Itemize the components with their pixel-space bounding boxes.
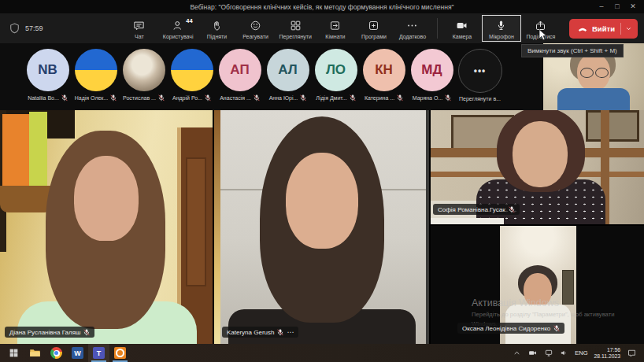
cat-photo-avatar bbox=[123, 49, 165, 91]
view-button[interactable]: Переглянути bbox=[275, 16, 315, 41]
muted-mic-icon bbox=[300, 94, 306, 102]
participants-button[interactable]: 44 Користувачі bbox=[159, 16, 198, 41]
muted-mic-icon bbox=[553, 325, 560, 332]
zoom-webinar-window: Вебінар: "Обговорення клінічних кейсів, … bbox=[0, 0, 644, 362]
person-face bbox=[524, 273, 552, 308]
participant-thumb-mariana[interactable]: МД Маряна О... bbox=[408, 43, 456, 110]
cabinet-green-panel bbox=[29, 112, 47, 188]
initials-avatar: МД bbox=[411, 49, 453, 91]
participant-thumb-anna[interactable]: АЛ Анна Юрі... bbox=[264, 43, 312, 110]
leave-button[interactable]: Вийти bbox=[569, 19, 638, 39]
participant-thumb-nadiia[interactable]: Надія Олек... bbox=[72, 43, 120, 110]
avatar-initials: КН bbox=[375, 62, 393, 78]
chevron-down-icon[interactable] bbox=[625, 25, 632, 32]
name-tag-kateryna: Kateryna Gerush ⋯ bbox=[222, 327, 298, 338]
diana-video-scene bbox=[0, 110, 213, 344]
muted-mic-icon bbox=[445, 94, 451, 102]
maximize-button[interactable]: □ bbox=[609, 0, 625, 13]
glasses-right-lens bbox=[595, 68, 609, 78]
name-tag-oksana: Оксана Леонідівна Сидоренко bbox=[457, 323, 564, 334]
tray-chevron-up-icon[interactable] bbox=[513, 349, 521, 357]
more-participants-icon[interactable]: ••• bbox=[458, 49, 502, 93]
flag-blue-half bbox=[171, 49, 213, 70]
bottom-right-area: Оксана Леонідівна Сидоренко bbox=[431, 226, 644, 344]
toolbar-separator bbox=[437, 18, 438, 39]
meeting-timer: 57:59 bbox=[25, 24, 43, 32]
video-tile-diana[interactable]: Діана Русланівна Галяш bbox=[0, 110, 213, 344]
participant-name: Лідія Дмит... bbox=[316, 95, 346, 101]
warm-light-strip bbox=[214, 110, 220, 344]
action-center-icon[interactable] bbox=[627, 349, 637, 358]
orange-app-button[interactable] bbox=[109, 344, 131, 362]
participant-name: Анна Юрі... bbox=[269, 95, 298, 101]
leave-button-divider bbox=[620, 23, 621, 35]
camera-button[interactable]: Камера bbox=[443, 16, 481, 41]
react-button[interactable]: Реагувати bbox=[236, 16, 274, 41]
participant-name: Анастасія ... bbox=[220, 95, 251, 101]
chrome-button[interactable] bbox=[46, 344, 67, 362]
minimize-button[interactable]: – bbox=[594, 0, 609, 13]
taskbar-date: 28.11.2023 bbox=[594, 353, 620, 360]
participant-thumb-rostyslav[interactable]: Ростислав ... bbox=[120, 43, 168, 110]
muted-mic-icon bbox=[350, 94, 356, 102]
initials-avatar: КН bbox=[363, 49, 405, 91]
muted-mic-icon bbox=[110, 94, 117, 102]
close-button[interactable]: ✕ bbox=[625, 0, 641, 13]
kateryna-video-scene bbox=[214, 110, 429, 344]
participant-name: Nataliia Bo... bbox=[28, 95, 59, 101]
apps-button[interactable]: Програми bbox=[355, 16, 393, 41]
start-button[interactable] bbox=[3, 344, 24, 362]
participant-thumb-kateryna[interactable]: КН Катерина ... bbox=[360, 43, 408, 110]
flag-yellow-half bbox=[171, 70, 213, 91]
participant-name: Андрій Ро... bbox=[172, 95, 202, 101]
mouse-cursor bbox=[539, 29, 547, 41]
window-title: Вебінар: "Обговорення клінічних кейсів, … bbox=[190, 3, 453, 11]
cabinet-orange-panel bbox=[2, 114, 29, 187]
tray-speaker-icon[interactable] bbox=[560, 349, 568, 357]
raise-hand-button[interactable]: Підняти bbox=[198, 16, 235, 41]
participant-thumb-lidiia[interactable]: ЛО Лідія Дмит... bbox=[312, 43, 360, 110]
microphone-button[interactable]: Мікрофон bbox=[483, 16, 520, 41]
teams-button[interactable]: T bbox=[88, 344, 109, 362]
initials-avatar: АП bbox=[219, 49, 261, 91]
muted-mic-icon bbox=[397, 94, 403, 102]
person-body bbox=[557, 88, 630, 110]
orange-app-icon bbox=[114, 347, 126, 359]
muted-mic-icon bbox=[83, 329, 90, 336]
teams-icon: T bbox=[93, 347, 105, 359]
breakout-rooms-button[interactable]: Кімнати bbox=[316, 16, 354, 41]
raise-hand-icon bbox=[211, 20, 223, 31]
ukraine-flag-avatar bbox=[75, 49, 117, 91]
tray-network-icon[interactable] bbox=[544, 349, 553, 357]
tile-menu-dots[interactable]: ⋯ bbox=[287, 331, 294, 334]
muted-mic-icon bbox=[277, 329, 283, 336]
taskbar-clock[interactable]: 17:56 28.11.2023 bbox=[594, 347, 620, 360]
participant-name: Оксана Леонідівна Сидоренко bbox=[462, 325, 550, 332]
initials-avatar: ЛО bbox=[315, 49, 357, 91]
participant-name: Маряна О... bbox=[413, 95, 442, 101]
word-button[interactable]: W bbox=[67, 344, 88, 362]
file-explorer-button[interactable] bbox=[24, 344, 46, 362]
timer-group: 57:59 bbox=[0, 23, 43, 34]
name-tag-sofiia: Софія Романівна Гусак bbox=[433, 204, 520, 215]
language-indicator[interactable]: ENG bbox=[575, 349, 587, 356]
door-panel bbox=[186, 157, 206, 286]
participant-thumb-nataliia[interactable]: NB Nataliia Bo... bbox=[24, 43, 72, 110]
leave-button-label: Вийти bbox=[592, 24, 615, 33]
window-controls: – □ ✕ bbox=[594, 0, 641, 13]
wall-picture-right bbox=[586, 110, 639, 142]
name-tag-diana: Діана Русланівна Галяш bbox=[5, 327, 94, 338]
chat-button[interactable]: Чат bbox=[120, 16, 158, 41]
participant-thumb-anastasiia[interactable]: АП Анастасія ... bbox=[216, 43, 264, 110]
shield-icon bbox=[9, 23, 20, 34]
muted-mic-icon bbox=[205, 94, 211, 102]
participants-count-badge: 44 bbox=[186, 17, 192, 24]
video-tile-kateryna[interactable]: Kateryna Gerush ⋯ bbox=[214, 110, 429, 344]
view-more-participants[interactable]: ••• Переглянути в... bbox=[456, 43, 504, 110]
video-tile-sofiia[interactable]: Софія Романівна Гусак bbox=[431, 110, 644, 224]
participant-name: Софія Романівна Гусак bbox=[438, 206, 505, 213]
more-button[interactable]: Додатково bbox=[394, 16, 431, 41]
muted-mic-icon bbox=[509, 206, 515, 213]
tray-camera-icon[interactable] bbox=[527, 349, 538, 357]
participant-thumb-andrii[interactable]: Андрій Ро... bbox=[168, 43, 216, 110]
